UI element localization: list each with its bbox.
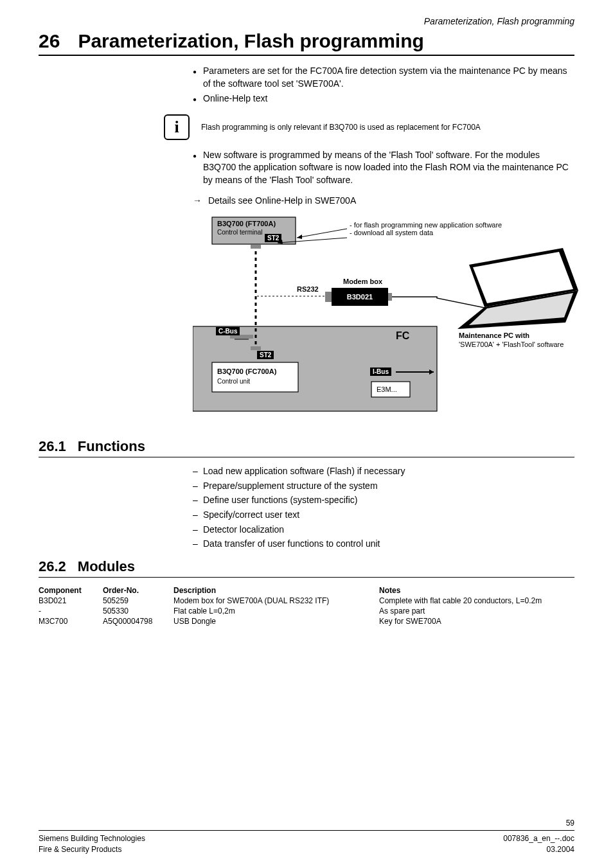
cell-component: M3C700: [39, 616, 103, 626]
th-order-no: Order-No.: [103, 585, 173, 596]
after-info-bullet-list: New software is programmed by means of t…: [193, 149, 574, 187]
svg-rect-12: [388, 293, 392, 301]
arrow-detail-line: Details see Online-Help in SWE700A: [193, 195, 574, 208]
diagram-top-note: - for flash programming new application …: [350, 221, 502, 236]
th-description: Description: [173, 585, 379, 596]
cell-description: Flat cable L=0,2m: [173, 606, 379, 616]
cell-description: Modem box for SWE700A (DUAL RS232 ITF): [173, 596, 379, 606]
function-6: Data transfer of user functions to contr…: [193, 538, 574, 551]
svg-rect-6: [251, 346, 261, 350]
cell-notes: Complete with flat cable 20 conductors, …: [379, 596, 574, 606]
svg-rect-11: [325, 292, 332, 302]
info-note-row: i Flash programming is only relevant if …: [164, 114, 574, 140]
diagram-e3m: E3M...: [377, 385, 397, 393]
h1-number: 26: [39, 30, 60, 52]
diagram-bottom-sub: Control unit: [217, 378, 250, 385]
heading-26-1: 26.1 Functions: [39, 438, 574, 457]
svg-rect-2: [212, 362, 298, 392]
function-2: Prepare/supplement structure of the syst…: [193, 480, 574, 493]
modules-table: Component Order-No. Description Notes B3…: [39, 585, 574, 626]
arrow-text: Details see Online-Help in SWE700A: [208, 195, 356, 206]
svg-marker-16: [297, 235, 302, 239]
svg-line-15: [297, 229, 347, 238]
diagram-st2-bottom: ST2: [257, 351, 274, 359]
system-diagram: B3D021: [193, 216, 578, 412]
function-1: Load new application software (Flash) if…: [193, 465, 574, 478]
footer-right-2: 03.2004: [503, 844, 574, 855]
diagram-bottom-title: B3Q700 (FC700A): [217, 368, 276, 375]
svg-rect-8: [235, 339, 249, 340]
page-footer: 59 Siemens Building Technologies Fire & …: [39, 819, 574, 855]
cell-order-no: A5Q00004798: [103, 616, 173, 626]
cell-description: USB Dongle: [173, 616, 379, 626]
cell-notes: As spare part: [379, 606, 574, 616]
cell-order-no: 505330: [103, 606, 173, 616]
function-3: Define user functions (system-specific): [193, 494, 574, 507]
diagram-top-box-title: B3Q700 (FT700A): [217, 220, 276, 227]
h2-2-title: Modules: [78, 558, 135, 575]
h2-2-number: 26.2: [39, 558, 66, 575]
heading-1: 26 Parameterization, Flash programming: [39, 30, 574, 56]
running-header: Parameterization, Flash programming: [39, 16, 574, 26]
th-notes: Notes: [379, 585, 574, 596]
table-header-row: Component Order-No. Description Notes: [39, 585, 574, 596]
function-4: Specify/correct user text: [193, 509, 574, 522]
table-row: M3C700 A5Q00004798 USB Dongle Key for SW…: [39, 616, 574, 626]
svg-text:B3D021: B3D021: [347, 293, 373, 301]
intro-bullet-2: Online-Help text: [193, 93, 574, 105]
cell-order-no: 505259: [103, 596, 173, 606]
footer-left-2: Fire & Security Products: [39, 844, 145, 855]
svg-rect-4: [251, 245, 261, 249]
intro-bullet-1: Parameters are set for the FC700A fire d…: [193, 65, 574, 90]
diagram-pc-line2: 'SWE700A' + 'FlashTool' software: [459, 341, 564, 348]
footer-right-1: 007836_a_en_--.doc: [503, 833, 574, 844]
th-component: Component: [39, 585, 103, 596]
footer-page-number: 59: [39, 819, 574, 828]
function-5: Detector localization: [193, 524, 574, 536]
diagram-fc: FC: [396, 330, 409, 342]
diagram-top-box-sub: Control terminal: [217, 229, 263, 236]
h2-1-number: 26.1: [39, 438, 66, 455]
h2-1-title: Functions: [78, 438, 145, 455]
info-note-text: Flash programming is only relevant if B3…: [201, 123, 481, 132]
heading-26-2: 26.2 Modules: [39, 558, 574, 578]
h1-title: Parameterization, Flash programming: [78, 30, 423, 52]
diagram-pc-line1: Maintenance PC with: [459, 332, 529, 339]
footer-left-1: Siemens Building Technologies: [39, 833, 145, 844]
diagram-rs232: RS232: [297, 285, 319, 293]
table-row: - 505330 Flat cable L=0,2m As spare part: [39, 606, 574, 616]
cell-component: -: [39, 606, 103, 616]
info-icon: i: [164, 114, 190, 140]
diagram-ibus: I-Bus: [370, 368, 391, 376]
cell-notes: Key for SWE700A: [379, 616, 574, 626]
diagram-modem-title: Modem box: [343, 278, 382, 285]
intro-bullet-list: Parameters are set for the FC700A fire d…: [193, 65, 574, 105]
table-row: B3D021 505259 Modem box for SWE700A (DUA…: [39, 596, 574, 606]
after-info-bullet: New software is programmed by means of t…: [193, 149, 574, 187]
cell-component: B3D021: [39, 596, 103, 606]
functions-list: Load new application software (Flash) if…: [193, 465, 574, 551]
diagram-cbus: C-Bus: [216, 327, 240, 335]
diagram-st2-top: ST2: [265, 234, 281, 242]
